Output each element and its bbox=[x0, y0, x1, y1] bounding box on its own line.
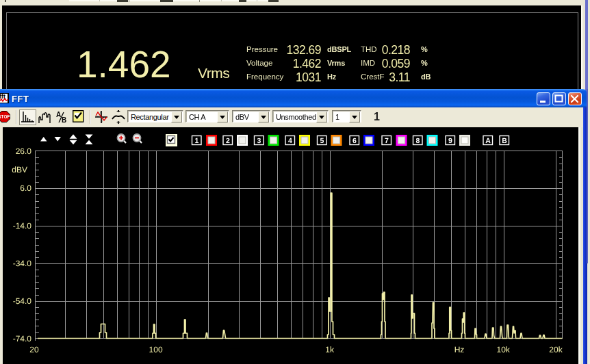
svg-text:1k: 1k bbox=[325, 345, 335, 354]
svg-text:6: 6 bbox=[352, 137, 357, 145]
svg-text:-14.0: -14.0 bbox=[13, 221, 32, 231]
svg-text:6.0: 6.0 bbox=[20, 183, 31, 193]
svg-text:B: B bbox=[502, 137, 507, 145]
svg-text:-54.0: -54.0 bbox=[13, 296, 32, 306]
svg-text:B: B bbox=[62, 116, 66, 124]
svg-text:26.0: 26.0 bbox=[16, 146, 32, 156]
svg-text:20k: 20k bbox=[549, 345, 563, 354]
svg-text:dBV: dBV bbox=[12, 165, 27, 174]
svg-text:STOP: STOP bbox=[0, 114, 10, 118]
svg-text:7: 7 bbox=[385, 137, 389, 145]
svg-text:100: 100 bbox=[149, 345, 163, 354]
svg-text:-34.0: -34.0 bbox=[13, 259, 32, 268]
svg-text:9: 9 bbox=[448, 137, 452, 145]
svg-text:Hz: Hz bbox=[454, 345, 465, 354]
svg-text:A: A bbox=[56, 111, 61, 118]
svg-text:3: 3 bbox=[257, 137, 261, 145]
svg-text:5: 5 bbox=[320, 137, 324, 145]
svg-text:4: 4 bbox=[288, 137, 292, 145]
svg-text:1: 1 bbox=[195, 137, 199, 145]
svg-text:-74.0: -74.0 bbox=[13, 334, 32, 343]
svg-text:A: A bbox=[485, 137, 491, 145]
svg-text:2: 2 bbox=[226, 137, 230, 145]
svg-text:8: 8 bbox=[416, 137, 420, 145]
svg-text:20: 20 bbox=[29, 345, 39, 354]
svg-text:10k: 10k bbox=[497, 345, 511, 354]
